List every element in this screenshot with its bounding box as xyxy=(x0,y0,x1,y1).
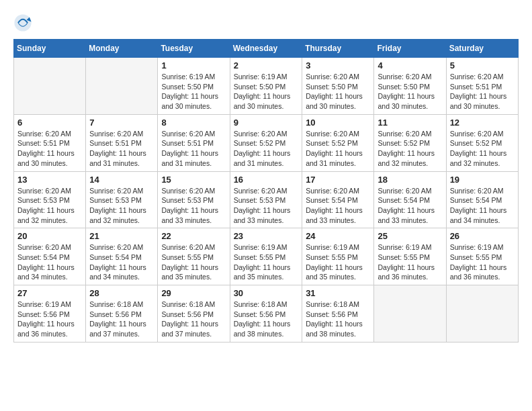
calendar-table: SundayMondayTuesdayWednesdayThursdayFrid… xyxy=(13,39,519,342)
calendar-cell: 4Sunrise: 6:20 AM Sunset: 5:50 PM Daylig… xyxy=(374,58,446,115)
day-number: 2 xyxy=(234,60,299,71)
calendar-cell: 6Sunrise: 6:20 AM Sunset: 5:51 PM Daylig… xyxy=(14,114,86,171)
day-number: 28 xyxy=(89,288,154,298)
day-info: Sunrise: 6:19 AM Sunset: 5:55 PM Dayligh… xyxy=(306,242,370,282)
calendar-cell: 25Sunrise: 6:19 AM Sunset: 5:55 PM Dayli… xyxy=(374,228,446,285)
day-info: Sunrise: 6:19 AM Sunset: 5:56 PM Dayligh… xyxy=(17,300,82,339)
calendar-cell: 17Sunrise: 6:20 AM Sunset: 5:54 PM Dayli… xyxy=(302,171,374,228)
day-info: Sunrise: 6:20 AM Sunset: 5:52 PM Dayligh… xyxy=(450,129,515,169)
calendar-cell: 26Sunrise: 6:19 AM Sunset: 5:55 PM Dayli… xyxy=(446,228,518,285)
day-number: 30 xyxy=(234,288,299,298)
day-number: 12 xyxy=(450,118,515,128)
day-info: Sunrise: 6:20 AM Sunset: 5:54 PM Dayligh… xyxy=(450,186,515,226)
day-info: Sunrise: 6:20 AM Sunset: 5:54 PM Dayligh… xyxy=(306,186,370,226)
weekday-header: Monday xyxy=(86,40,158,58)
day-number: 5 xyxy=(450,60,515,71)
day-number: 9 xyxy=(234,118,299,128)
day-info: Sunrise: 6:20 AM Sunset: 5:52 PM Dayligh… xyxy=(378,129,442,169)
weekday-header-row: SundayMondayTuesdayWednesdayThursdayFrid… xyxy=(14,40,519,58)
day-number: 7 xyxy=(89,118,154,128)
day-info: Sunrise: 6:18 AM Sunset: 5:56 PM Dayligh… xyxy=(161,300,226,339)
day-number: 15 xyxy=(161,175,226,185)
day-number: 25 xyxy=(378,231,442,241)
day-info: Sunrise: 6:20 AM Sunset: 5:54 PM Dayligh… xyxy=(89,242,154,282)
weekday-header: Saturday xyxy=(446,40,518,58)
logo-icon xyxy=(13,13,32,32)
day-info: Sunrise: 6:20 AM Sunset: 5:53 PM Dayligh… xyxy=(161,186,226,226)
day-info: Sunrise: 6:19 AM Sunset: 5:55 PM Dayligh… xyxy=(450,242,515,282)
calendar-cell: 16Sunrise: 6:20 AM Sunset: 5:53 PM Dayli… xyxy=(230,171,302,228)
calendar-cell: 1Sunrise: 6:19 AM Sunset: 5:50 PM Daylig… xyxy=(158,58,230,115)
weekday-header: Wednesday xyxy=(230,40,302,58)
day-number: 10 xyxy=(306,118,370,128)
calendar-cell: 3Sunrise: 6:20 AM Sunset: 5:50 PM Daylig… xyxy=(302,58,374,115)
calendar-cell: 21Sunrise: 6:20 AM Sunset: 5:54 PM Dayli… xyxy=(86,228,158,285)
calendar-cell: 2Sunrise: 6:19 AM Sunset: 5:50 PM Daylig… xyxy=(230,58,302,115)
day-number: 21 xyxy=(89,231,154,241)
calendar-cell: 10Sunrise: 6:20 AM Sunset: 5:52 PM Dayli… xyxy=(302,114,374,171)
day-number: 20 xyxy=(17,231,82,241)
day-info: Sunrise: 6:20 AM Sunset: 5:53 PM Dayligh… xyxy=(234,186,299,226)
day-number: 18 xyxy=(378,175,442,185)
day-number: 3 xyxy=(306,60,370,71)
day-info: Sunrise: 6:20 AM Sunset: 5:50 PM Dayligh… xyxy=(306,72,370,111)
calendar-cell xyxy=(446,285,518,342)
weekday-header: Sunday xyxy=(14,40,86,58)
weekday-header: Friday xyxy=(374,40,446,58)
calendar-cell: 15Sunrise: 6:20 AM Sunset: 5:53 PM Dayli… xyxy=(158,171,230,228)
day-info: Sunrise: 6:18 AM Sunset: 5:56 PM Dayligh… xyxy=(234,300,299,339)
day-info: Sunrise: 6:20 AM Sunset: 5:55 PM Dayligh… xyxy=(161,242,226,282)
day-number: 29 xyxy=(161,288,226,298)
day-number: 1 xyxy=(161,60,226,71)
calendar-cell: 9Sunrise: 6:20 AM Sunset: 5:52 PM Daylig… xyxy=(230,114,302,171)
calendar-cell: 30Sunrise: 6:18 AM Sunset: 5:56 PM Dayli… xyxy=(230,285,302,342)
calendar-cell: 24Sunrise: 6:19 AM Sunset: 5:55 PM Dayli… xyxy=(302,228,374,285)
day-number: 26 xyxy=(450,231,515,241)
calendar-cell: 14Sunrise: 6:20 AM Sunset: 5:53 PM Dayli… xyxy=(86,171,158,228)
calendar-week-row: 27Sunrise: 6:19 AM Sunset: 5:56 PM Dayli… xyxy=(14,285,519,342)
day-number: 4 xyxy=(378,60,442,71)
day-info: Sunrise: 6:20 AM Sunset: 5:54 PM Dayligh… xyxy=(378,186,442,226)
calendar-cell: 11Sunrise: 6:20 AM Sunset: 5:52 PM Dayli… xyxy=(374,114,446,171)
calendar-cell: 8Sunrise: 6:20 AM Sunset: 5:51 PM Daylig… xyxy=(158,114,230,171)
calendar-cell: 7Sunrise: 6:20 AM Sunset: 5:51 PM Daylig… xyxy=(86,114,158,171)
day-info: Sunrise: 6:20 AM Sunset: 5:53 PM Dayligh… xyxy=(89,186,154,226)
calendar-cell: 27Sunrise: 6:19 AM Sunset: 5:56 PM Dayli… xyxy=(14,285,86,342)
calendar-week-row: 6Sunrise: 6:20 AM Sunset: 5:51 PM Daylig… xyxy=(14,114,519,171)
day-number: 6 xyxy=(17,118,82,128)
day-number: 22 xyxy=(161,231,226,241)
day-number: 16 xyxy=(234,175,299,185)
day-number: 23 xyxy=(234,231,299,241)
day-info: Sunrise: 6:19 AM Sunset: 5:55 PM Dayligh… xyxy=(378,242,442,282)
day-info: Sunrise: 6:19 AM Sunset: 5:50 PM Dayligh… xyxy=(234,72,299,111)
weekday-header: Tuesday xyxy=(158,40,230,58)
calendar-cell: 19Sunrise: 6:20 AM Sunset: 5:54 PM Dayli… xyxy=(446,171,518,228)
calendar-cell: 22Sunrise: 6:20 AM Sunset: 5:55 PM Dayli… xyxy=(158,228,230,285)
day-number: 14 xyxy=(89,175,154,185)
page-header xyxy=(13,13,519,32)
weekday-header: Thursday xyxy=(302,40,374,58)
calendar-cell xyxy=(86,58,158,115)
day-info: Sunrise: 6:20 AM Sunset: 5:52 PM Dayligh… xyxy=(234,129,299,169)
calendar-cell: 18Sunrise: 6:20 AM Sunset: 5:54 PM Dayli… xyxy=(374,171,446,228)
calendar-week-row: 20Sunrise: 6:20 AM Sunset: 5:54 PM Dayli… xyxy=(14,228,519,285)
day-info: Sunrise: 6:20 AM Sunset: 5:52 PM Dayligh… xyxy=(306,129,370,169)
logo xyxy=(13,13,36,32)
svg-point-0 xyxy=(14,14,31,31)
calendar-cell: 28Sunrise: 6:18 AM Sunset: 5:56 PM Dayli… xyxy=(86,285,158,342)
calendar-week-row: 1Sunrise: 6:19 AM Sunset: 5:50 PM Daylig… xyxy=(14,58,519,115)
day-info: Sunrise: 6:20 AM Sunset: 5:54 PM Dayligh… xyxy=(17,242,82,282)
calendar-cell xyxy=(14,58,86,115)
calendar-cell: 5Sunrise: 6:20 AM Sunset: 5:51 PM Daylig… xyxy=(446,58,518,115)
day-info: Sunrise: 6:20 AM Sunset: 5:51 PM Dayligh… xyxy=(450,72,515,111)
day-info: Sunrise: 6:20 AM Sunset: 5:51 PM Dayligh… xyxy=(17,129,82,169)
day-number: 19 xyxy=(450,175,515,185)
day-number: 13 xyxy=(17,175,82,185)
calendar-cell: 23Sunrise: 6:19 AM Sunset: 5:55 PM Dayli… xyxy=(230,228,302,285)
day-info: Sunrise: 6:20 AM Sunset: 5:50 PM Dayligh… xyxy=(378,72,442,111)
day-info: Sunrise: 6:19 AM Sunset: 5:50 PM Dayligh… xyxy=(161,72,226,111)
calendar-cell: 12Sunrise: 6:20 AM Sunset: 5:52 PM Dayli… xyxy=(446,114,518,171)
calendar-cell: 20Sunrise: 6:20 AM Sunset: 5:54 PM Dayli… xyxy=(14,228,86,285)
day-info: Sunrise: 6:18 AM Sunset: 5:56 PM Dayligh… xyxy=(89,300,154,339)
day-number: 31 xyxy=(306,288,370,298)
